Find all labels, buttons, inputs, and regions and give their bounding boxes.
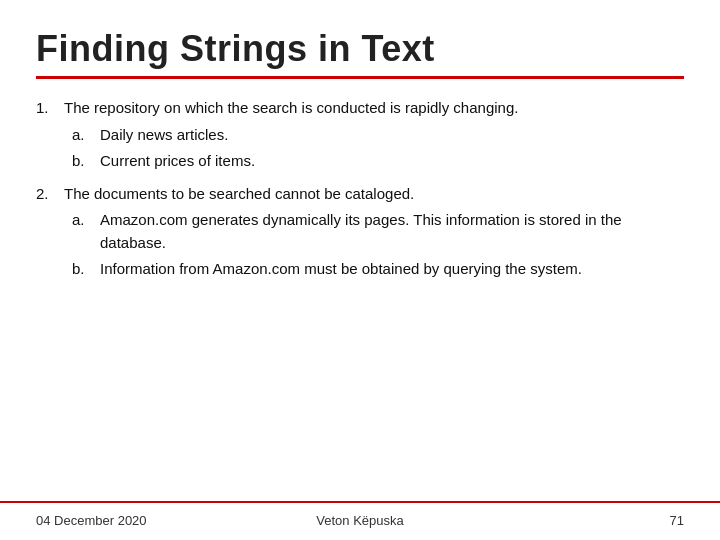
sub-item-2b: b. Information from Amazon.com must be o…	[72, 258, 684, 281]
main-list: 1. The repository on which the search is…	[36, 97, 684, 285]
list-item-1: 1. The repository on which the search is…	[36, 97, 684, 177]
list-content-1: The repository on which the search is co…	[64, 97, 684, 177]
slide: Finding Strings in Text 1. The repositor…	[0, 0, 720, 540]
sub-letter-1b: b.	[72, 150, 100, 173]
sub-item-1a: a. Daily news articles.	[72, 124, 684, 147]
footer-date: 04 December 2020	[36, 513, 252, 528]
list-num-2: 2.	[36, 183, 64, 206]
list-text-1: The repository on which the search is co…	[64, 97, 684, 120]
sub-letter-2b: b.	[72, 258, 100, 281]
sub-list-1: a. Daily news articles. b. Current price…	[72, 124, 684, 173]
sub-letter-2a: a.	[72, 209, 100, 232]
slide-header: Finding Strings in Text	[0, 0, 720, 79]
list-content-2: The documents to be searched cannot be c…	[64, 183, 684, 285]
sub-text-1a: Daily news articles.	[100, 124, 684, 147]
footer-page: 71	[468, 513, 684, 528]
list-item-2: 2. The documents to be searched cannot b…	[36, 183, 684, 285]
sub-text-2a: Amazon.com generates dynamically its pag…	[100, 209, 684, 254]
sub-text-1b: Current prices of items.	[100, 150, 684, 173]
sub-text-2b: Information from Amazon.com must be obta…	[100, 258, 684, 281]
sub-list-2: a. Amazon.com generates dynamically its …	[72, 209, 684, 281]
list-text-2: The documents to be searched cannot be c…	[64, 183, 684, 206]
list-num-1: 1.	[36, 97, 64, 120]
footer-author: Veton Këpuska	[252, 513, 468, 528]
slide-body: 1. The repository on which the search is…	[0, 79, 720, 501]
sub-letter-1a: a.	[72, 124, 100, 147]
slide-footer: 04 December 2020 Veton Këpuska 71	[0, 501, 720, 540]
slide-title: Finding Strings in Text	[36, 28, 684, 70]
sub-item-1b: b. Current prices of items.	[72, 150, 684, 173]
sub-item-2a: a. Amazon.com generates dynamically its …	[72, 209, 684, 254]
